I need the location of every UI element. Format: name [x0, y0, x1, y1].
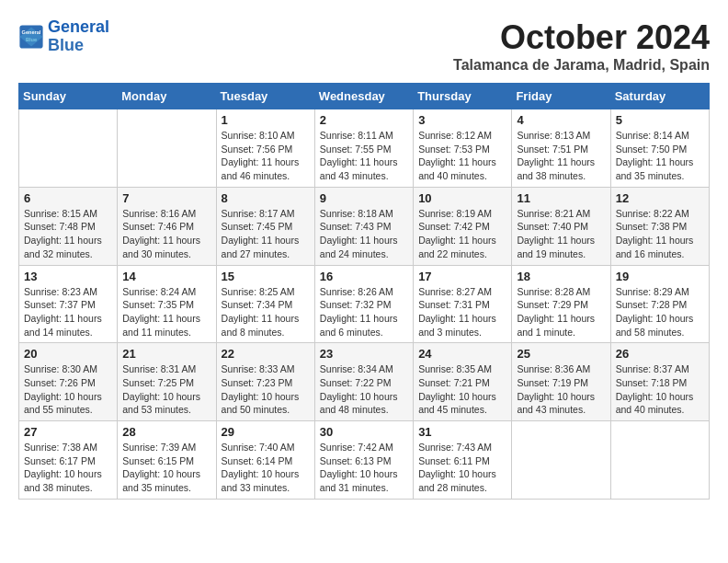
day-detail: Sunrise: 8:18 AM Sunset: 7:43 PM Dayligh…	[320, 207, 408, 261]
calendar-cell: 7Sunrise: 8:16 AM Sunset: 7:46 PM Daylig…	[118, 187, 216, 265]
day-number: 18	[517, 270, 605, 283]
calendar-cell: 27Sunrise: 7:38 AM Sunset: 6:17 PM Dayli…	[19, 421, 118, 500]
day-number: 26	[616, 347, 704, 361]
location-title: Talamanca de Jarama, Madrid, Spain	[453, 57, 710, 74]
day-detail: Sunrise: 8:29 AM Sunset: 7:28 PM Dayligh…	[616, 285, 704, 339]
weekday-header-wednesday: Wednesday	[314, 84, 413, 109]
calendar-cell: 17Sunrise: 8:27 AM Sunset: 7:31 PM Dayli…	[414, 265, 512, 343]
calendar-cell: 20Sunrise: 8:30 AM Sunset: 7:26 PM Dayli…	[19, 343, 118, 421]
day-detail: Sunrise: 8:24 AM Sunset: 7:35 PM Dayligh…	[122, 285, 210, 339]
calendar-cell: 30Sunrise: 7:42 AM Sunset: 6:13 PM Dayli…	[314, 421, 413, 500]
weekday-header-saturday: Saturday	[610, 84, 709, 109]
weekday-header-friday: Friday	[512, 84, 610, 109]
calendar-cell: 3Sunrise: 8:12 AM Sunset: 7:53 PM Daylig…	[414, 109, 512, 188]
weekday-header-tuesday: Tuesday	[216, 84, 314, 109]
day-number: 13	[24, 270, 112, 283]
calendar-cell: 4Sunrise: 8:13 AM Sunset: 7:51 PM Daylig…	[512, 109, 610, 188]
day-number: 20	[24, 347, 112, 361]
calendar-cell: 19Sunrise: 8:29 AM Sunset: 7:28 PM Dayli…	[610, 265, 709, 343]
calendar-cell: 5Sunrise: 8:14 AM Sunset: 7:50 PM Daylig…	[610, 109, 709, 188]
calendar-cell: 31Sunrise: 7:43 AM Sunset: 6:11 PM Dayli…	[414, 421, 512, 500]
day-detail: Sunrise: 8:37 AM Sunset: 7:18 PM Dayligh…	[616, 362, 704, 417]
logo-blue: Blue	[48, 37, 109, 55]
svg-text:Blue: Blue	[26, 37, 37, 42]
day-detail: Sunrise: 8:17 AM Sunset: 7:45 PM Dayligh…	[222, 207, 310, 261]
calendar-cell: 14Sunrise: 8:24 AM Sunset: 7:35 PM Dayli…	[118, 265, 216, 343]
logo-icon: General Blue	[18, 24, 44, 50]
calendar-cell: 28Sunrise: 7:39 AM Sunset: 6:15 PM Dayli…	[118, 421, 216, 500]
day-detail: Sunrise: 8:22 AM Sunset: 7:38 PM Dayligh…	[616, 207, 704, 261]
day-detail: Sunrise: 7:42 AM Sunset: 6:13 PM Dayligh…	[320, 441, 408, 495]
calendar-cell	[19, 109, 118, 188]
calendar-cell: 24Sunrise: 8:35 AM Sunset: 7:21 PM Dayli…	[414, 343, 512, 421]
day-detail: Sunrise: 8:26 AM Sunset: 7:32 PM Dayligh…	[320, 285, 408, 339]
day-number: 31	[418, 425, 506, 439]
calendar-cell: 13Sunrise: 8:23 AM Sunset: 7:37 PM Dayli…	[19, 265, 118, 343]
day-number: 8	[222, 191, 310, 205]
day-detail: Sunrise: 8:28 AM Sunset: 7:29 PM Dayligh…	[517, 285, 605, 339]
day-detail: Sunrise: 8:35 AM Sunset: 7:21 PM Dayligh…	[418, 362, 506, 417]
day-number: 28	[122, 425, 210, 439]
svg-text:General: General	[22, 29, 41, 35]
day-number: 9	[320, 191, 408, 205]
day-number: 22	[222, 347, 310, 361]
calendar-cell	[610, 421, 709, 500]
day-detail: Sunrise: 8:30 AM Sunset: 7:26 PM Dayligh…	[24, 362, 112, 417]
calendar-cell: 22Sunrise: 8:33 AM Sunset: 7:23 PM Dayli…	[216, 343, 314, 421]
calendar-cell: 29Sunrise: 7:40 AM Sunset: 6:14 PM Dayli…	[216, 421, 314, 500]
day-number: 17	[418, 270, 506, 283]
calendar-cell: 9Sunrise: 8:18 AM Sunset: 7:43 PM Daylig…	[314, 187, 413, 265]
day-number: 1	[222, 113, 310, 127]
weekday-header-sunday: Sunday	[19, 84, 118, 109]
day-number: 30	[320, 425, 408, 439]
weekday-header-row: SundayMondayTuesdayWednesdayThursdayFrid…	[19, 84, 710, 109]
day-detail: Sunrise: 8:10 AM Sunset: 7:56 PM Dayligh…	[222, 129, 310, 183]
day-detail: Sunrise: 8:34 AM Sunset: 7:22 PM Dayligh…	[320, 362, 408, 417]
logo-general: General	[48, 17, 109, 36]
day-number: 29	[222, 425, 310, 439]
day-detail: Sunrise: 8:15 AM Sunset: 7:48 PM Dayligh…	[24, 207, 112, 261]
day-number: 24	[418, 347, 506, 361]
calendar-cell: 18Sunrise: 8:28 AM Sunset: 7:29 PM Dayli…	[512, 265, 610, 343]
calendar-cell: 10Sunrise: 8:19 AM Sunset: 7:42 PM Dayli…	[414, 187, 512, 265]
day-number: 7	[122, 191, 210, 205]
day-detail: Sunrise: 7:39 AM Sunset: 6:15 PM Dayligh…	[122, 441, 210, 495]
day-number: 19	[616, 270, 704, 283]
day-detail: Sunrise: 8:36 AM Sunset: 7:19 PM Dayligh…	[517, 362, 605, 417]
day-number: 16	[320, 270, 408, 283]
day-number: 14	[122, 270, 210, 283]
day-number: 12	[616, 191, 704, 205]
calendar-cell: 12Sunrise: 8:22 AM Sunset: 7:38 PM Dayli…	[610, 187, 709, 265]
calendar-week-row: 27Sunrise: 7:38 AM Sunset: 6:17 PM Dayli…	[19, 421, 710, 500]
day-detail: Sunrise: 8:23 AM Sunset: 7:37 PM Dayligh…	[24, 285, 112, 339]
day-number: 11	[517, 191, 605, 205]
day-detail: Sunrise: 8:11 AM Sunset: 7:55 PM Dayligh…	[320, 129, 408, 183]
day-detail: Sunrise: 8:27 AM Sunset: 7:31 PM Dayligh…	[418, 285, 506, 339]
calendar-week-row: 13Sunrise: 8:23 AM Sunset: 7:37 PM Dayli…	[19, 265, 710, 343]
calendar-cell: 11Sunrise: 8:21 AM Sunset: 7:40 PM Dayli…	[512, 187, 610, 265]
calendar-cell: 8Sunrise: 8:17 AM Sunset: 7:45 PM Daylig…	[216, 187, 314, 265]
day-number: 5	[616, 113, 704, 127]
day-detail: Sunrise: 8:14 AM Sunset: 7:50 PM Dayligh…	[616, 129, 704, 183]
day-detail: Sunrise: 7:38 AM Sunset: 6:17 PM Dayligh…	[24, 441, 112, 495]
logo: General Blue General Blue	[18, 18, 109, 55]
calendar-cell: 21Sunrise: 8:31 AM Sunset: 7:25 PM Dayli…	[118, 343, 216, 421]
weekday-header-thursday: Thursday	[414, 84, 512, 109]
calendar-cell: 25Sunrise: 8:36 AM Sunset: 7:19 PM Dayli…	[512, 343, 610, 421]
day-detail: Sunrise: 8:21 AM Sunset: 7:40 PM Dayligh…	[517, 207, 605, 261]
day-number: 4	[517, 113, 605, 127]
calendar-cell: 2Sunrise: 8:11 AM Sunset: 7:55 PM Daylig…	[314, 109, 413, 188]
day-number: 3	[418, 113, 506, 127]
day-detail: Sunrise: 8:19 AM Sunset: 7:42 PM Dayligh…	[418, 207, 506, 261]
day-number: 27	[24, 425, 112, 439]
calendar-table: SundayMondayTuesdayWednesdayThursdayFrid…	[18, 83, 710, 500]
calendar-cell: 23Sunrise: 8:34 AM Sunset: 7:22 PM Dayli…	[314, 343, 413, 421]
day-number: 15	[222, 270, 310, 283]
day-detail: Sunrise: 8:31 AM Sunset: 7:25 PM Dayligh…	[122, 362, 210, 417]
day-number: 10	[418, 191, 506, 205]
calendar-cell: 26Sunrise: 8:37 AM Sunset: 7:18 PM Dayli…	[610, 343, 709, 421]
title-block: October 2024 Talamanca de Jarama, Madrid…	[453, 18, 710, 74]
day-number: 2	[320, 113, 408, 127]
month-title: October 2024	[453, 18, 710, 57]
calendar-week-row: 20Sunrise: 8:30 AM Sunset: 7:26 PM Dayli…	[19, 343, 710, 421]
